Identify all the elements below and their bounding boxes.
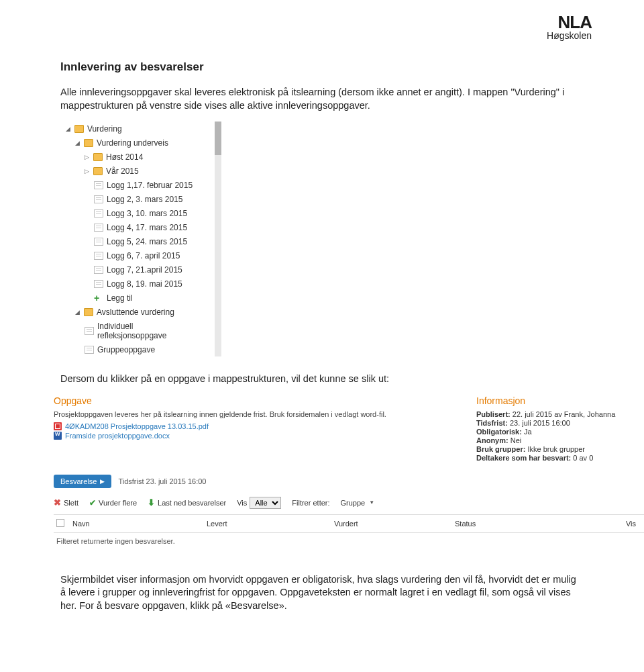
filter-value: Gruppe (341, 499, 366, 507)
page-title: Innlevering av besvarelser (60, 60, 584, 74)
tree-item[interactable]: Logg 2, 3. mars 2015 (60, 192, 215, 206)
document-icon (85, 346, 94, 354)
document-icon (94, 252, 103, 260)
folder-icon (84, 308, 93, 316)
scrollbar-thumb[interactable] (215, 122, 221, 155)
deadline-text: Tidsfrist 23. juli 2015 16:00 (118, 477, 206, 485)
empty-results-message: Filteret returnerte ingen besvarelser. (54, 533, 644, 549)
attachment-label: 4ØKADM208 Prosjektoppgave 13.03.15.pdf (65, 422, 209, 430)
tree-item[interactable]: Logg 8, 19. mai 2015 (60, 277, 215, 291)
tree-label: Logg 2, 3. mars 2015 (107, 195, 182, 204)
tree-label: Vår 2015 (106, 166, 139, 176)
tree-label: Avsluttende vurdering (97, 307, 174, 317)
intro-paragraph-1: Alle innleveringsoppgaver skal leveres e… (60, 86, 584, 112)
expand-icon: ▷ (85, 168, 90, 175)
tree-item[interactable]: Logg 6, 7. april 2015 (60, 248, 215, 262)
word-icon (54, 432, 62, 440)
show-select[interactable]: Alle (250, 497, 281, 509)
filter-by: Filtrer etter: (292, 499, 329, 507)
document-icon (85, 327, 94, 335)
attachment-label: Framside prosjektoppgave.docx (65, 432, 170, 440)
folder-icon (74, 125, 84, 133)
document-icon (94, 195, 103, 203)
info-published: Publisert: 22. juli 2015 av Frank, Johan… (476, 410, 644, 418)
col-status[interactable]: Status (455, 520, 589, 528)
tree-label: Logg 8, 19. mai 2015 (107, 279, 182, 289)
scrollbar[interactable] (215, 122, 221, 356)
folder-tree-screenshot: ◢ Vurdering ◢ Vurdering underveis ▷ Høst… (60, 122, 215, 356)
filter-dropdown[interactable]: Gruppe ▼ (341, 499, 375, 507)
collapse-icon: ◢ (75, 309, 80, 316)
document-icon (94, 280, 103, 288)
tree-label: Logg 5, 24. mars 2015 (107, 237, 187, 246)
assess-multiple-button[interactable]: ✔Vurder flere (89, 498, 137, 508)
collapse-icon: ◢ (66, 126, 71, 132)
logo-line-2: Høgskolen (547, 30, 592, 41)
answer-tab-button[interactable]: Besvarelse ▶ (54, 475, 111, 488)
tree-label: Logg 6, 7. april 2015 (107, 251, 180, 260)
expand-icon: ▷ (85, 154, 90, 160)
assignment-screenshot: Oppgave Prosjektoppgaven leveres her på … (54, 395, 644, 549)
tree-folder-root[interactable]: ◢ Vurdering (60, 122, 215, 136)
col-name[interactable]: Navn (72, 520, 207, 528)
tool-label: Vurder flere (99, 499, 137, 507)
tree-label: Logg 7, 21.april 2015 (107, 265, 182, 275)
tree-item[interactable]: Logg 4, 17. mars 2015 (60, 220, 215, 234)
info-deadline: Tidsfrist: 23. juli 2015 16:00 (476, 419, 644, 427)
info-participants: Deltakere som har besvart: 0 av 0 (476, 454, 644, 462)
table-header: Navn Levert Vurdert Status Vis (54, 514, 644, 533)
info-groups: Bruk grupper: Ikke bruk grupper (476, 445, 644, 453)
assignment-heading: Oppgave (54, 395, 463, 406)
intro-paragraph-3: Skjermbildet viser informasjon om hvorvi… (60, 573, 584, 613)
tree-item[interactable]: Individuell refleksjonsoppgave (60, 319, 181, 342)
tree-add-button[interactable]: +Legg til (60, 291, 215, 305)
chevron-right-icon: ▶ (100, 478, 105, 485)
x-icon: ✖ (54, 497, 61, 508)
document-icon (94, 238, 103, 246)
chevron-down-icon: ▼ (369, 499, 374, 506)
tree-folder[interactable]: ◢ Avsluttende vurdering (60, 305, 215, 319)
pdf-icon (54, 422, 62, 430)
tree-item[interactable]: Logg 1,17. februar 2015 (60, 178, 215, 192)
folder-icon (93, 167, 103, 175)
download-answers-button[interactable]: ⬇Last ned besvarelser (148, 497, 226, 508)
tree-folder[interactable]: ▷ Høst 2014 (60, 150, 215, 164)
delete-button[interactable]: ✖Slett (54, 497, 78, 508)
attachment-link[interactable]: Framside prosjektoppgave.docx (54, 432, 463, 440)
check-icon: ✔ (89, 498, 96, 508)
info-heading: Informasjon (476, 395, 644, 406)
download-icon: ⬇ (148, 497, 155, 508)
tree-item[interactable]: Logg 7, 21.april 2015 (60, 262, 215, 277)
plus-icon: + (94, 294, 103, 302)
tree-label: Legg til (107, 293, 133, 303)
assignment-description: Prosjektoppgaven leveres her på itslearn… (54, 410, 463, 418)
tree-label: Vurdering underveis (97, 138, 168, 148)
collapse-icon: ◢ (75, 140, 80, 146)
tree-item[interactable]: Logg 3, 10. mars 2015 (60, 206, 215, 220)
tree-label: Logg 1,17. februar 2015 (107, 181, 193, 190)
tree-label: Individuell refleksjonsoppgave (97, 322, 181, 340)
show-filter: Vis Alle (237, 497, 281, 509)
select-all-checkbox[interactable] (56, 519, 64, 527)
document-icon (94, 181, 103, 189)
tree-item[interactable]: Gruppeoppgave (60, 342, 215, 356)
filter-label: Filtrer etter: (292, 499, 329, 507)
col-delivered[interactable]: Levert (207, 520, 334, 528)
tree-folder[interactable]: ▷ Vår 2015 (60, 164, 215, 178)
tree-folder[interactable]: ◢ Vurdering underveis (60, 136, 215, 150)
col-show[interactable]: Vis (589, 520, 641, 528)
folder-icon (84, 139, 93, 147)
col-assessed[interactable]: Vurdert (334, 520, 455, 528)
tree-item[interactable]: Logg 5, 24. mars 2015 (60, 234, 215, 248)
attachment-link[interactable]: 4ØKADM208 Prosjektoppgave 13.03.15.pdf (54, 422, 463, 430)
tree-label: Logg 4, 17. mars 2015 (107, 223, 187, 232)
folder-icon (93, 153, 103, 161)
tab-label: Besvarelse (60, 477, 97, 485)
tree-label: Høst 2014 (106, 152, 143, 162)
document-icon (94, 209, 103, 218)
tool-label: Last ned besvarelser (158, 499, 226, 507)
show-label: Vis (237, 499, 247, 507)
tree-label: Logg 3, 10. mars 2015 (107, 209, 187, 218)
brand-logo: NLA Høgskolen (547, 12, 592, 41)
tool-label: Slett (64, 499, 78, 507)
